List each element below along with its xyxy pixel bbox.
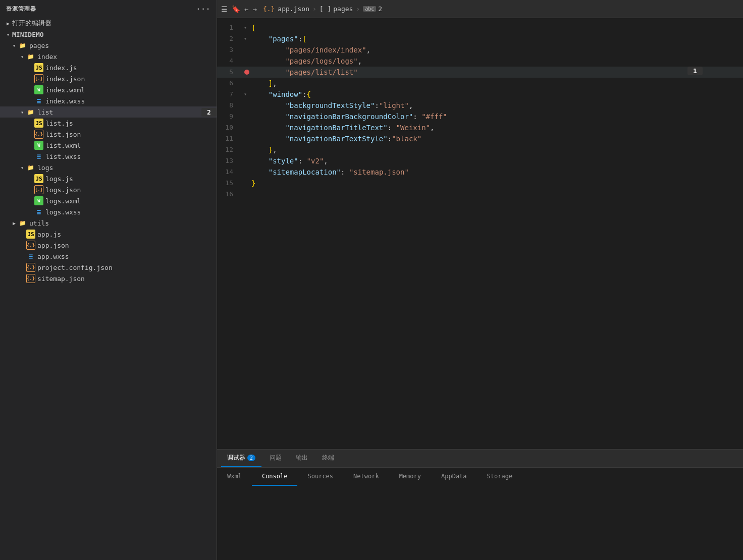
breadcrumb-sep2: › (356, 5, 360, 13)
fold-7[interactable]: ▾ (241, 89, 249, 100)
app-wxss-label: app.wxss (37, 253, 69, 260)
json-icon: {.} (26, 263, 35, 272)
sidebar-item-list-wxml[interactable]: W list.wxml (0, 140, 217, 151)
wxml-icon: W (34, 196, 43, 205)
js-icon: JS (26, 230, 35, 239)
folder-icon: 📁 (26, 163, 35, 172)
sidebar-item-index[interactable]: ▾ 📁 index (0, 51, 217, 62)
sidebar-item-list-js[interactable]: JS list.js (0, 118, 217, 129)
line-number-10: 10 (217, 122, 241, 133)
code-content-6: ], (249, 78, 743, 89)
project-root[interactable]: ▾ MINIDEMO (0, 29, 217, 40)
sidebar-header: 资源管理器 ··· (0, 0, 217, 18)
tab-wxml[interactable]: Wxml (217, 468, 252, 486)
open-editors-label: 打开的编辑器 (12, 19, 51, 28)
sidebar-item-logs[interactable]: ▾ 📁 logs (0, 162, 217, 173)
bookmark-icon[interactable]: 🔖 (232, 5, 240, 13)
code-content-14: "sitemapLocation": "sitemap.json" (249, 166, 743, 178)
code-line-7: 7 ▾ "window":{ (217, 89, 743, 100)
sidebar-item-list[interactable]: ▾ 📁 list 2 (0, 106, 217, 118)
sidebar-item-utils[interactable]: ▶ 📁 utils (0, 217, 217, 229)
sidebar-item-app-wxss[interactable]: ≡ app.wxss (0, 251, 217, 262)
tab-output[interactable]: 输出 (290, 450, 314, 467)
line-number-13: 13 (217, 155, 241, 166)
debugger-badge: 2 (247, 455, 255, 461)
sidebar-more-button[interactable]: ··· (196, 4, 210, 14)
breadcrumb-bracket[interactable]: [ ] (320, 5, 331, 13)
tab-memory[interactable]: Memory (389, 468, 431, 486)
sidebar-item-sitemap[interactable]: {.} sitemap.json (0, 273, 217, 284)
code-line-3: 3 "pages/index/index", (217, 44, 743, 55)
list-wxml-label: list.wxml (45, 142, 81, 149)
index-label: index (37, 53, 57, 61)
sidebar-item-list-wxss[interactable]: ≡ list.wxss (0, 151, 217, 162)
tab-console[interactable]: Console (252, 468, 298, 486)
code-content-10: "navigationBarTitleText": "Weixin", (249, 122, 743, 133)
network-tab-label: Network (353, 473, 379, 480)
list-json-label: list.json (45, 131, 81, 138)
breadcrumb-item-num[interactable]: 2 (378, 5, 382, 13)
logs-js-label: logs.js (45, 175, 73, 183)
code-line-15: 15 } (217, 178, 743, 189)
logs-wxss-label: logs.wxss (45, 208, 81, 216)
fold-1[interactable]: ▾ (241, 22, 249, 33)
sidebar-item-logs-wxml[interactable]: W logs.wxml (0, 195, 217, 206)
tab-storage[interactable]: Storage (477, 468, 523, 486)
code-editor[interactable]: 1 ▾ { 2 ▾ "pages":[ 3 "pages/index/index… (217, 18, 743, 449)
breadcrumb-file[interactable]: app.json (278, 5, 309, 13)
open-editors-section[interactable]: ▶ 打开的编辑器 (0, 18, 217, 29)
sidebar-item-logs-wxss[interactable]: ≡ logs.wxss (0, 206, 217, 217)
line-number-5: 5 (217, 67, 241, 78)
sidebar-item-index-wxml[interactable]: W index.wxml (0, 84, 217, 95)
sidebar-item-pages[interactable]: ▾ 📁 pages (0, 40, 217, 51)
wxss-icon: ≡ (34, 96, 43, 105)
tab-terminal[interactable]: 终端 (316, 450, 340, 467)
breakpoint-dot-5 (244, 70, 249, 75)
sidebar-item-app-js[interactable]: JS app.js (0, 229, 217, 240)
code-line-11: 11 "navigationBarTextStyle":"black" (217, 133, 743, 144)
editor-tab-icons: ☰ 🔖 ← → (221, 5, 257, 13)
sidebar-item-logs-json[interactable]: {.} logs.json (0, 184, 217, 195)
back-icon[interactable]: ← (244, 5, 248, 13)
sidebar-item-app-json[interactable]: {.} app.json (0, 240, 217, 251)
line-number-14: 14 (217, 166, 241, 178)
sidebar-item-index-js[interactable]: JS index.js (0, 62, 217, 73)
index-js-label: index.js (45, 64, 77, 72)
breadcrumb: {.} app.json › [ ] pages › abc 2 (263, 5, 382, 13)
line-number-4: 4 (217, 55, 241, 67)
forward-icon[interactable]: → (252, 5, 256, 13)
line-number-1: 1 (217, 22, 241, 33)
tab-issues[interactable]: 问题 (263, 450, 288, 467)
sidebar-item-list-json[interactable]: {.} list.json (0, 129, 217, 140)
tab-debugger[interactable]: 调试器 2 (221, 450, 261, 467)
chevron-down-icon: ▾ (10, 41, 18, 49)
code-content-3: "pages/index/index", (249, 44, 743, 55)
code-line-13: 13 "style": "v2", (217, 155, 743, 166)
sidebar-item-project-config[interactable]: {.} project.config.json (0, 262, 217, 273)
sidebar-item-index-wxss[interactable]: ≡ index.wxss (0, 95, 217, 106)
tab-appdata[interactable]: AppData (431, 468, 477, 486)
code-line-12: 12 }, (217, 144, 743, 155)
code-content-8: "backgroundTextStyle":"light", (249, 100, 743, 111)
bottom-content (217, 486, 743, 560)
fold-2[interactable]: ▾ (241, 33, 249, 44)
code-line-2: 2 ▾ "pages":[ (217, 33, 743, 44)
tab-sources[interactable]: Sources (297, 468, 343, 486)
appdata-tab-label: AppData (441, 473, 467, 480)
folder-icon: 📁 (26, 52, 35, 61)
breadcrumb-key[interactable]: pages (333, 5, 353, 13)
list-icon[interactable]: ☰ (221, 5, 228, 13)
main-layout: 资源管理器 ··· ▶ 打开的编辑器 ▾ MINIDEMO ▾ 📁 pages … (0, 0, 743, 560)
code-content-11: "navigationBarTextStyle":"black" (249, 133, 743, 144)
debugger-label: 调试器 (227, 454, 245, 462)
code-line-5: 5 "pages/list/list" 1 (217, 67, 743, 78)
code-content-7: "window":{ (249, 89, 743, 100)
sidebar-item-logs-js[interactable]: JS logs.js (0, 173, 217, 184)
bottom-tabs-row2: Wxml Console Sources Network Memory AppD… (217, 468, 743, 486)
chevron-down-icon: ▾ (18, 108, 26, 116)
code-content-12: }, (249, 144, 743, 155)
tab-network[interactable]: Network (343, 468, 389, 486)
line-number-16: 16 (217, 189, 241, 200)
sidebar-item-index-json[interactable]: {.} index.json (0, 73, 217, 84)
logs-json-label: logs.json (45, 186, 81, 194)
